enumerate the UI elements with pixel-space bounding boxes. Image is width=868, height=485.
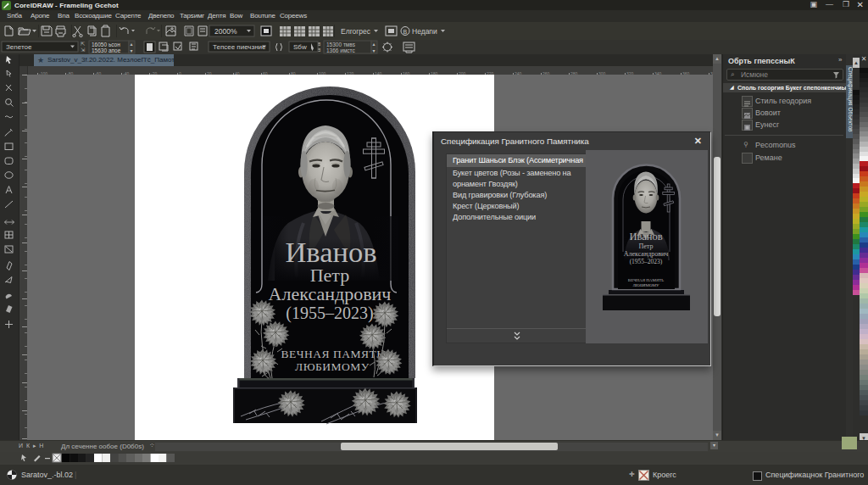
svg-text:Sбw: Sбw [293, 43, 307, 51]
svg-text:Недаnи: Недаnи [412, 27, 437, 36]
svg-text:ВЕЧНАЯ ПАМЯТЬ: ВЕЧНАЯ ПАМЯТЬ [281, 348, 384, 360]
svg-text:В: В [403, 29, 408, 35]
svg-text:▾: ▾ [131, 48, 133, 53]
svg-text:ЛЮБИМОМУ: ЛЮБИМОМУ [295, 360, 370, 373]
svg-text:▴: ▴ [131, 42, 133, 47]
svg-text:2000%: 2000% [214, 27, 237, 36]
svg-text:Иванов: Иванов [285, 236, 376, 268]
svg-text:ЛЮБИМОМУ: ЛЮБИМОМУ [632, 283, 659, 287]
svg-text:Петр: Петр [639, 242, 654, 250]
svg-text:(1955–2023): (1955–2023) [286, 304, 373, 323]
svg-text:16050 ьсон: 16050 ьсон [92, 42, 120, 47]
svg-text:Александрович: Александрович [624, 250, 669, 258]
svg-text:▾: ▾ [373, 48, 376, 53]
svg-text:15630 апое: 15630 апое [92, 47, 121, 53]
svg-text:Тепсее пиечзние: Тепсее пиечзние [213, 43, 266, 51]
svg-text:Елгогрес: Елгогрес [341, 27, 371, 36]
svg-text:⇲: ⇲ [81, 47, 85, 53]
svg-text:15300 тмвs: 15300 тмвs [326, 42, 356, 47]
svg-text:(1955–2023): (1955–2023) [630, 258, 663, 265]
svg-text:⇱: ⇱ [81, 41, 86, 47]
svg-text:Александрович: Александрович [269, 283, 392, 304]
svg-text:Зеnетое: Зеnетое [6, 43, 32, 51]
svg-text:1366 имстс: 1366 имстс [326, 47, 356, 53]
svg-text:▴: ▴ [373, 42, 376, 47]
svg-text:Иванов: Иванов [629, 231, 662, 242]
svg-text:ВЕЧНАЯ ПАМЯТЬ: ВЕЧНАЯ ПАМЯТЬ [628, 278, 665, 282]
